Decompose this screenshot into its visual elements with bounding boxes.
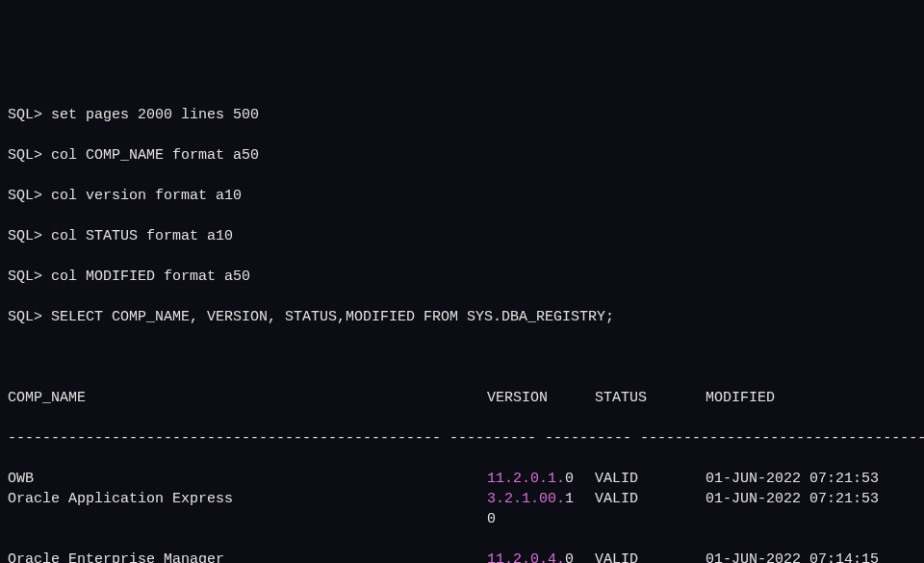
terminal-output: SQL> set pages 2000 lines 500 SQL> col C… — [8, 85, 916, 563]
modified-cell: 01-JUN-2022 07:14:15 — [706, 550, 879, 563]
header-version: VERSION — [487, 388, 595, 408]
version-highlight: 11.2.0.1. — [487, 471, 565, 487]
header-comp-name: COMP_NAME — [8, 388, 487, 408]
sql-command-line: SQL> col version format a10 — [8, 186, 916, 206]
version-suffix: 0 — [565, 551, 574, 563]
sql-command-line: SQL> col COMP_NAME format a50 — [8, 145, 916, 166]
table-row: OWB11.2.0.1.0VALID01-JUN-2022 07:21:53 — [8, 469, 916, 489]
table-row: Oracle Application Express3.2.1.00.1VALI… — [8, 489, 916, 509]
table-row: Oracle Enterprise Manager11.2.0.4.0VALID… — [8, 550, 916, 563]
version-highlight: 3.2.1.00. — [487, 491, 565, 507]
status-cell: VALID — [595, 469, 706, 489]
sql-command-line: SQL> set pages 2000 lines 500 — [8, 105, 916, 125]
result-rows: OWB11.2.0.1.0VALID01-JUN-2022 07:21:53Or… — [8, 469, 916, 563]
header-modified: MODIFIED — [706, 388, 775, 408]
sql-command-line: SQL> col MODIFIED format a50 — [8, 267, 916, 287]
version-wrap: 0 — [487, 509, 496, 529]
version-cell: 11.2.0.1.0 — [487, 469, 595, 489]
status-cell: VALID — [595, 550, 706, 563]
table-row-wrap: 0 — [8, 509, 916, 529]
sql-command-line: SQL> SELECT COMP_NAME, VERSION, STATUS,M… — [8, 307, 916, 327]
modified-cell: 01-JUN-2022 07:21:53 — [706, 469, 879, 489]
status-cell: VALID — [595, 489, 706, 509]
version-cell: 3.2.1.00.1 — [487, 489, 595, 509]
sql-command-line: SQL> col STATUS format a10 — [8, 226, 916, 246]
column-headers: COMP_NAMEVERSIONSTATUSMODIFIED — [8, 388, 916, 408]
version-suffix: 1 — [565, 491, 574, 507]
comp-name-cell: OWB — [8, 469, 487, 489]
comp-name-cell: Oracle Application Express — [8, 489, 487, 509]
version-highlight: 11.2.0.4. — [487, 551, 565, 563]
divider-line: ----------------------------------------… — [8, 428, 916, 448]
version-suffix: 0 — [565, 471, 574, 487]
table-row — [8, 529, 916, 550]
version-cell: 11.2.0.4.0 — [487, 550, 595, 563]
comp-name-cell: Oracle Enterprise Manager — [8, 550, 487, 563]
modified-cell: 01-JUN-2022 07:21:53 — [706, 489, 879, 509]
header-status: STATUS — [595, 388, 706, 408]
